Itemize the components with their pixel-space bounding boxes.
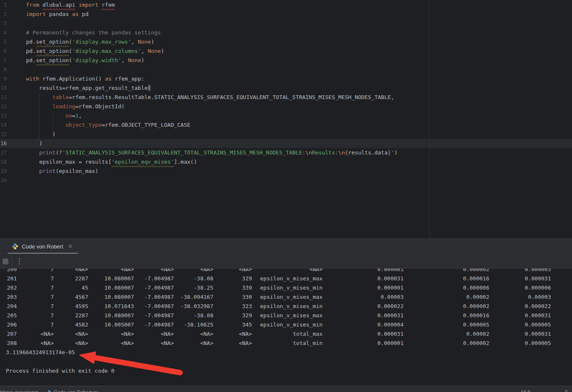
code-line: pd.set_option('display.max_columns', Non… [26, 47, 164, 56]
code-token: loading [52, 103, 76, 110]
console-cell: epsilon_v_mises_max [252, 311, 323, 320]
breadcrumb-file-label: Code von Robert.py [54, 389, 99, 392]
code-token: ( [69, 48, 72, 54]
result-value: 3.119664324913174e-05 [0, 348, 572, 357]
line-number: 19 [0, 167, 7, 176]
console-cell: -38.094167 [174, 293, 213, 302]
console-cell: 205 [0, 311, 17, 320]
breadcrumb[interactable]: kträger generieren › Code von Robert.py [0, 389, 99, 392]
console-cell: epsilon_v_mises_max [252, 293, 323, 302]
console-cell: -7.004987 [134, 274, 174, 283]
code-token: from [26, 2, 39, 8]
breadcrumb-file[interactable]: Code von Robert.py [46, 389, 99, 392]
console-cell: 203 [0, 293, 17, 302]
console-cell: 207 [0, 329, 17, 339]
line-number: 10 [0, 84, 7, 93]
console-cell: 0.000006 [489, 283, 551, 293]
code-token: f [59, 149, 62, 156]
code-lines: from dlubal.api import rfemimport pandas… [26, 0, 572, 238]
console-cell: <NA> [54, 269, 88, 274]
code-editor[interactable]: 1234567891011121314151617181920 from dlu… [0, 0, 572, 238]
console-cell: 0.000003 [489, 269, 551, 274]
console-cell: 200 [0, 269, 17, 274]
console-cell: 0.000001 [323, 283, 404, 293]
console-cell: 10.005007 [88, 320, 134, 329]
code-token [26, 94, 52, 100]
console-cell: <NA> [134, 339, 174, 348]
code-token [98, 2, 102, 8]
console-table-row: 2067458210.005007-7.004987-38.10625345ep… [0, 320, 572, 329]
console-cell: <NA> [213, 269, 252, 274]
console-cell: 0.000002 [404, 269, 489, 274]
console-output[interactable]: 2007<NA><NA><NA><NA><NA><NA>0.0000010.00… [0, 269, 572, 386]
console-cell: 10.080007 [88, 274, 134, 283]
code-token [39, 2, 42, 8]
code-token: object_type [66, 122, 102, 128]
console-cell: 0.000001 [323, 339, 404, 348]
code-token: { [345, 149, 348, 156]
console-cell: 0.000031 [323, 311, 404, 320]
console-cell: <NA> [88, 269, 134, 274]
code-token: 'epsilon_eqv_mises' [112, 159, 174, 165]
code-token: Results: [312, 149, 338, 156]
code-token: pd. [26, 57, 36, 63]
editor-gutter: 1234567891011121314151617181920 [0, 0, 8, 238]
code-line: loading=rfem.ObjectId( [26, 102, 125, 111]
code-token: =rfem.ObjectId( [75, 103, 124, 110]
breadcrumb-item[interactable]: kträger generieren [0, 389, 39, 392]
caret-position[interactable]: 16:6 [521, 389, 530, 392]
line-number: 13 [0, 111, 7, 120]
console-cell: <NA> [174, 269, 213, 274]
code-token: import [79, 2, 98, 8]
console-cell: <NA> [174, 329, 213, 339]
code-token: ( [148, 85, 151, 91]
console-cell: 0.00003 [489, 293, 551, 302]
console-table-row: 2057228710.080007-7.004987-38.08329epsil… [0, 311, 572, 320]
console-cell: <NA> [174, 339, 213, 348]
code-token: None [148, 48, 161, 54]
stop-icon[interactable] [3, 259, 8, 264]
console-table-row: 2037456710.080007-7.004987-38.094167330e… [0, 293, 572, 302]
console-cell: 345 [213, 320, 252, 329]
run-toolbar: ⋮ [0, 254, 572, 269]
console-cell: 10.080007 [88, 283, 134, 293]
console-cell: -38.08 [174, 274, 213, 283]
code-token: # Permanently changes the pandas setting… [26, 29, 161, 36]
line-number: 2 [0, 10, 7, 19]
console-cell: 0.000022 [323, 302, 404, 311]
code-token: ( [69, 39, 72, 45]
run-tab-label: Code von Robert [22, 243, 63, 250]
console-cell: 323 [213, 302, 252, 311]
console-cell: 202 [0, 283, 17, 293]
console-cell: 0.000006 [404, 283, 489, 293]
code-token: 'display.max_rows' [72, 39, 131, 45]
more-options-icon[interactable]: ⋮ [15, 256, 24, 267]
console-cell: 0.00002 [404, 329, 489, 339]
console-cell: 329 [213, 274, 252, 283]
run-tab[interactable]: Code von Robert ✕ [8, 239, 77, 254]
code-token: no [66, 112, 72, 119]
code-token: ) [394, 149, 398, 156]
console-cell: epsilon_v_mises_min [252, 320, 323, 329]
console-cell: 0.00002 [404, 293, 489, 302]
code-token: , [141, 48, 148, 54]
code-token [26, 168, 39, 174]
code-token: =rfem.OBJECT_TYPE_LOAD_CASE [102, 122, 190, 128]
python-icon [46, 390, 52, 392]
status-bar: kträger generieren › Code von Robert.py … [0, 386, 572, 392]
code-token: ) [141, 57, 144, 63]
console-table-row: 208<NA><NA><NA><NA><NA><NA>total_min0.00… [0, 339, 572, 348]
code-token: =rfem.results.ResultTable.STATIC_ANALYSI… [69, 94, 394, 100]
code-token [26, 112, 66, 119]
console-cell: 0.000002 [404, 302, 489, 311]
console-cell: 7 [17, 311, 54, 320]
console-cell: 0.000022 [489, 302, 551, 311]
console-cell: 0.000031 [489, 274, 551, 283]
console-cell: 10.080007 [88, 293, 134, 302]
code-line: results=rfem_app.get_result_table( [26, 84, 151, 93]
line-number: 4 [0, 28, 7, 37]
console-cell: 0.000031 [323, 329, 404, 339]
tab-close-icon[interactable]: ✕ [68, 243, 72, 249]
console-cell: -38.10625 [174, 320, 213, 329]
console-cell: 7 [17, 293, 54, 302]
